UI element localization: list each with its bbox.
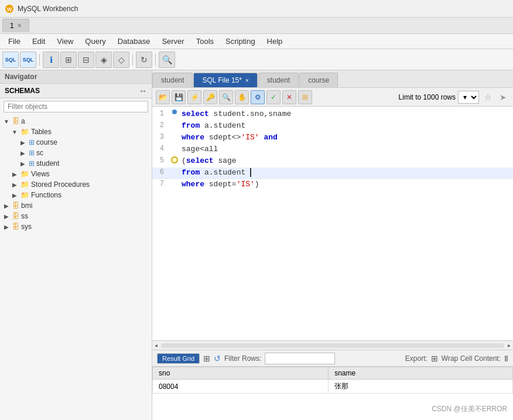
sc-arrow: ▶: [19, 150, 27, 156]
line-circle-5: [171, 156, 178, 163]
top-tab-bar: 1 ×: [0, 18, 513, 34]
code-line-6: 6 from a.student: [152, 168, 513, 179]
tree-item-views[interactable]: ▶ 📁 Views: [0, 169, 152, 179]
sidebar: Navigator SCHEMAS ↔ ▼ 🗄 a ▼ 📁 Tables: [0, 70, 152, 420]
toolbar-sep-2: [132, 54, 133, 66]
table-row[interactable]: 08004 张那: [153, 380, 513, 394]
line-code-6: from a.student: [179, 168, 513, 177]
tables-arrow: ▼: [11, 129, 19, 135]
toolbar-info-button[interactable]: ℹ: [43, 52, 59, 68]
execute-button[interactable]: ⚡: [187, 90, 201, 104]
line-indicator-5: [170, 156, 179, 163]
toolbar-table-button[interactable]: ⊞: [60, 52, 77, 68]
menu-tools[interactable]: Tools: [190, 35, 220, 47]
tree-item-schema-sys[interactable]: ▶ 🗄 sys: [0, 221, 152, 232]
code-line-3: 3 where sdept<>'IS' and: [152, 132, 513, 144]
scroll-right-arrow[interactable]: ▸: [508, 342, 511, 349]
export-icon[interactable]: ⊞: [431, 354, 438, 363]
tree-item-student[interactable]: ▶ ⊞ student: [0, 158, 152, 169]
limit-label: Limit to 1000 rows: [399, 93, 456, 101]
tree-item-schema-a[interactable]: ▼ 🗄 a: [0, 116, 152, 127]
ss-label: ss: [21, 212, 28, 220]
tree-item-course[interactable]: ▶ ⊞ course: [0, 137, 152, 148]
filter-rows-input[interactable]: [265, 353, 335, 364]
sys-schema-icon: 🗄: [12, 223, 19, 231]
menu-view[interactable]: View: [51, 35, 79, 47]
line-number-4: 4: [152, 145, 170, 153]
toolbar-dia-button[interactable]: ◇: [113, 52, 129, 68]
wrap-icon[interactable]: Ⅱ: [504, 354, 508, 363]
functions-arrow: ▶: [11, 192, 19, 199]
line-code-7: where sdept='IS'): [179, 180, 513, 189]
toolbar-sep-1: [39, 54, 40, 66]
code-line-7: 7 where sdept='IS'): [152, 179, 513, 191]
scroll-track[interactable]: [161, 343, 504, 348]
line-number-5: 5: [152, 156, 170, 165]
stop-button[interactable]: ✕: [282, 90, 296, 104]
menu-file[interactable]: File: [2, 35, 26, 47]
line-number-2: 2: [152, 121, 170, 129]
special-button[interactable]: ⚙: [251, 90, 265, 104]
schema-a-arrow: ▼: [2, 118, 11, 125]
toolbar-refresh-button[interactable]: ↻: [136, 52, 152, 68]
tab-course[interactable]: course: [299, 73, 338, 87]
col-sname-header: sname: [329, 367, 513, 380]
limit-select[interactable]: ▾: [458, 91, 479, 104]
line-number-1: 1: [152, 110, 170, 118]
menu-scripting[interactable]: Scripting: [220, 35, 261, 47]
tab-sqlfile15[interactable]: SQL File 15* ×: [193, 73, 257, 87]
code-editor[interactable]: 1 select student.sno,sname 2 from a.stud…: [152, 107, 513, 340]
save-file-button[interactable]: 💾: [172, 90, 186, 104]
grid-options-icon[interactable]: ⊞: [203, 354, 210, 363]
tab-student1[interactable]: student: [152, 73, 193, 87]
sc-label: sc: [36, 149, 43, 157]
toolbar-grid-button[interactable]: ◈: [95, 52, 112, 68]
line-dot-1: [172, 110, 177, 114]
menu-edit[interactable]: Edit: [26, 35, 51, 47]
menu-help[interactable]: Help: [261, 35, 289, 47]
sys-label: sys: [21, 223, 32, 231]
refresh-result-icon[interactable]: ↺: [214, 354, 221, 363]
tree-item-schema-bmi[interactable]: ▶ 🗄 bmi: [0, 200, 152, 211]
tab-sqlfile15-close[interactable]: ×: [245, 77, 249, 84]
result-grid-button[interactable]: Result Grid: [157, 353, 200, 364]
top-tab[interactable]: 1 ×: [2, 19, 29, 32]
tree-item-stored-procedures[interactable]: ▶ 📁 Stored Procedures: [0, 179, 152, 190]
schemas-toggle-icon[interactable]: ↔: [139, 86, 147, 95]
bmi-label: bmi: [21, 202, 32, 210]
menu-server[interactable]: Server: [156, 35, 190, 47]
execute-sel-button[interactable]: 🔑: [203, 90, 217, 104]
line-number-3: 3: [152, 133, 170, 141]
menu-database[interactable]: Database: [112, 35, 156, 47]
menu-query[interactable]: Query: [79, 35, 111, 47]
toolbar-sql1-button[interactable]: SQL: [2, 52, 19, 68]
toolbar-sql2-button[interactable]: SQL: [20, 52, 36, 68]
views-arrow: ▶: [11, 171, 19, 177]
check-button[interactable]: ✓: [266, 90, 281, 104]
tree-item-tables[interactable]: ▼ 📁 Tables: [0, 127, 152, 137]
scroll-left-arrow[interactable]: ◂: [155, 342, 158, 349]
arrow-button[interactable]: ➤: [497, 91, 509, 104]
hand-button[interactable]: ✋: [235, 90, 249, 104]
open-file-button[interactable]: 📂: [156, 90, 170, 104]
tree-item-sc[interactable]: ▶ ⊞ sc: [0, 148, 152, 158]
stored-procedures-arrow: ▶: [11, 182, 19, 188]
filter-objects-input[interactable]: [4, 101, 148, 112]
navigator-header: Navigator: [0, 70, 152, 84]
toolbar-search-button[interactable]: 🔍: [159, 52, 175, 68]
tree-item-schema-ss[interactable]: ▶ 🗄 ss: [0, 211, 152, 221]
schemas-header: SCHEMAS ↔: [0, 84, 152, 98]
tab-course-label: course: [308, 76, 329, 84]
bmi-arrow: ▶: [2, 203, 11, 209]
bookmark-button[interactable]: ☆: [481, 91, 494, 104]
top-tab-close[interactable]: ×: [18, 22, 22, 30]
tree-item-functions[interactable]: ▶ 📁 Functions: [0, 190, 152, 200]
toolbar-col-button[interactable]: ⊟: [78, 52, 94, 68]
table-icon-button[interactable]: ⊞: [298, 90, 312, 104]
horizontal-scrollbar[interactable]: ◂ ▸: [152, 340, 513, 350]
find-button[interactable]: 🔍: [219, 90, 233, 104]
main-toolbar: SQL SQL ℹ ⊞ ⊟ ◈ ◇ ↻ 🔍: [0, 49, 513, 70]
tables-folder-icon: 📁: [20, 128, 29, 136]
tab-student2[interactable]: student: [258, 73, 299, 87]
stored-procedures-folder-icon: 📁: [20, 180, 29, 189]
